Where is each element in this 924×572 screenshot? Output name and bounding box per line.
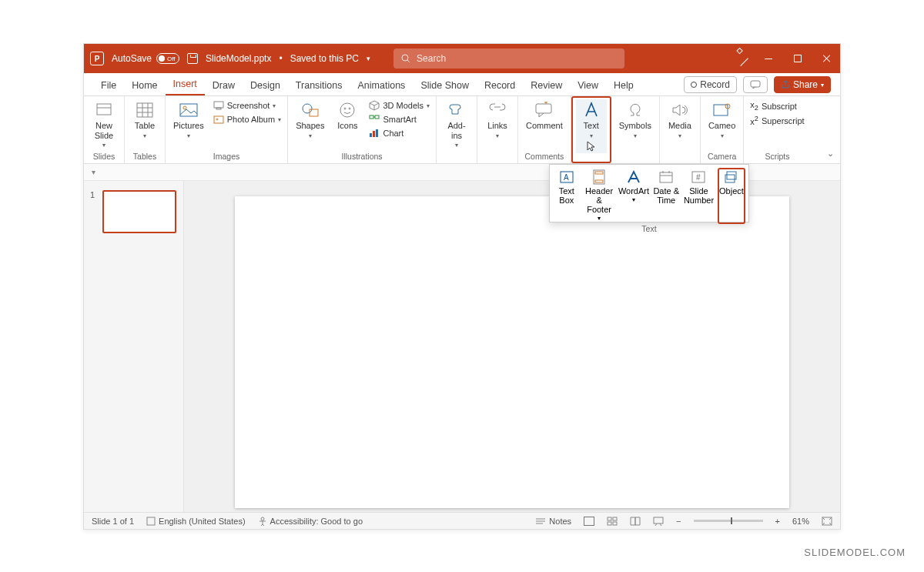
minimize-button[interactable] — [762, 52, 775, 65]
tab-home[interactable]: Home — [124, 75, 165, 95]
table-icon — [135, 101, 155, 119]
3d-models-button[interactable]: 3D Models▾ — [367, 99, 431, 112]
record-dot-icon — [691, 82, 697, 88]
customize-qat-icon[interactable]: ▾ — [92, 168, 95, 176]
group-text-highlighted: Text▾ — [571, 96, 611, 163]
svg-line-1 — [407, 60, 410, 62]
slideshow-view-button[interactable] — [653, 517, 664, 526]
search-placeholder: Search — [417, 53, 446, 64]
text-box-button[interactable]: A Text Box — [553, 168, 581, 224]
table-button[interactable]: Table ▾ — [129, 99, 160, 141]
close-button[interactable] — [820, 52, 834, 65]
accessibility-button[interactable]: Accessibility: Good to go — [258, 517, 363, 526]
svg-point-18 — [340, 103, 354, 117]
slide-number-button[interactable]: # Slide Number — [683, 168, 715, 224]
slide-thumbnail-pane[interactable]: 1 — [84, 181, 184, 512]
zoom-slider[interactable] — [694, 520, 763, 522]
language-button[interactable]: English (United States) — [146, 517, 246, 526]
group-illustrations: Shapes▾ Icons 3D Models▾ SmartArt Chart … — [288, 96, 437, 163]
record-button[interactable]: Record — [684, 76, 737, 93]
object-button[interactable]: Object — [718, 168, 745, 224]
svg-text:A: A — [564, 173, 569, 182]
svg-rect-23 — [370, 133, 372, 137]
media-button[interactable]: Media▾ — [665, 99, 695, 141]
fit-to-window-icon[interactable] — [822, 517, 832, 526]
titlebar: P AutoSave Off SlideModel.pptx • Saved t… — [84, 44, 840, 73]
tab-transitions[interactable]: Transitions — [288, 75, 350, 95]
new-slide-button[interactable]: New Slide ▾ — [89, 99, 119, 150]
svg-point-15 — [216, 119, 218, 120]
search-icon — [401, 54, 410, 63]
subscript-icon: x2 — [750, 100, 758, 112]
share-button[interactable]: Share▾ — [774, 76, 831, 93]
autosave-label: AutoSave — [112, 53, 152, 64]
notes-icon — [535, 517, 546, 525]
text-gallery-popup: A Text Box Header & Footer▾ WordArt▾ Dat… — [549, 164, 749, 222]
svg-text:#: # — [696, 173, 701, 182]
date-time-button[interactable]: Date & Time — [652, 168, 680, 224]
screenshot-button[interactable]: Screenshot▾ — [212, 99, 283, 112]
zoom-in-button[interactable]: + — [775, 517, 780, 526]
photo-album-button[interactable]: Photo Album▾ — [212, 113, 283, 125]
cube-icon — [369, 100, 380, 111]
wordart-button[interactable]: WordArt▾ — [618, 168, 650, 224]
link-icon — [487, 101, 507, 119]
ribbon-collapse-button[interactable]: ⌄ — [827, 149, 834, 159]
search-box[interactable]: Search — [393, 49, 624, 69]
svg-rect-24 — [373, 131, 375, 137]
tab-draw[interactable]: Draw — [205, 75, 243, 95]
tab-slideshow[interactable]: Slide Show — [413, 75, 477, 95]
pictures-button[interactable]: Pictures ▾ — [170, 99, 207, 141]
header-footer-button[interactable]: Header & Footer▾ — [584, 168, 615, 224]
tab-review[interactable]: Review — [523, 75, 570, 95]
notes-button[interactable]: Notes — [535, 517, 571, 526]
tab-view[interactable]: View — [570, 75, 606, 95]
autosave-toggle[interactable]: AutoSave Off — [112, 53, 179, 64]
svg-rect-52 — [613, 522, 617, 525]
new-slide-icon — [94, 101, 114, 119]
svg-rect-12 — [214, 102, 223, 108]
addins-button[interactable]: Add- ins▾ — [441, 99, 472, 150]
wordart-icon — [625, 169, 642, 185]
tab-record[interactable]: Record — [477, 75, 523, 95]
tab-insert[interactable]: Insert — [166, 74, 205, 95]
slide-sorter-button[interactable] — [607, 517, 618, 526]
powerpoint-logo-icon: P — [90, 52, 104, 65]
tab-file[interactable]: File — [93, 75, 124, 95]
tab-design[interactable]: Design — [243, 75, 288, 95]
superscript-button[interactable]: x2Superscript — [748, 114, 805, 127]
group-comments: Comment Comments — [518, 96, 571, 163]
normal-view-button[interactable] — [584, 517, 594, 526]
pen-icon[interactable] — [733, 51, 748, 66]
icons-button[interactable]: Icons — [332, 99, 363, 132]
svg-point-20 — [349, 108, 350, 109]
chevron-down-icon[interactable]: ▾ — [367, 55, 370, 62]
comments-button[interactable] — [743, 76, 768, 93]
shapes-button[interactable]: Shapes▾ — [293, 99, 327, 141]
zoom-out-button[interactable]: − — [676, 517, 681, 526]
slide-canvas[interactable] — [235, 196, 789, 508]
text-dropdown-button[interactable]: Text▾ — [576, 99, 607, 153]
comment-button[interactable]: Comment — [523, 99, 566, 132]
links-button[interactable]: Links▾ — [482, 99, 513, 141]
tab-animations[interactable]: Animations — [350, 75, 413, 95]
reading-view-button[interactable] — [630, 517, 641, 526]
maximize-button[interactable] — [791, 52, 805, 65]
watermark: SLIDEMODEL.COM — [804, 547, 906, 558]
zoom-percent[interactable]: 61% — [792, 517, 809, 526]
tab-help[interactable]: Help — [606, 75, 641, 95]
slide-thumbnail-1[interactable] — [102, 190, 176, 233]
group-scripts: x2Subscript x2Superscript Scripts — [744, 96, 810, 163]
svg-rect-49 — [608, 517, 611, 520]
save-icon[interactable] — [187, 53, 198, 64]
group-images: Pictures ▾ Screenshot▾ Photo Album▾ Imag… — [166, 96, 288, 163]
slide-indicator[interactable]: Slide 1 of 1 — [92, 517, 134, 526]
saved-status[interactable]: Saved to this PC — [290, 53, 359, 64]
subscript-button[interactable]: x2Subscript — [748, 99, 805, 112]
symbols-button[interactable]: Symbols▾ — [616, 99, 654, 141]
smartart-button[interactable]: SmartArt — [367, 113, 431, 125]
calendar-icon — [658, 169, 675, 185]
slide-number-icon: # — [690, 169, 707, 185]
chart-button[interactable]: Chart — [367, 127, 431, 139]
cameo-button[interactable]: Cameo▾ — [705, 99, 738, 141]
